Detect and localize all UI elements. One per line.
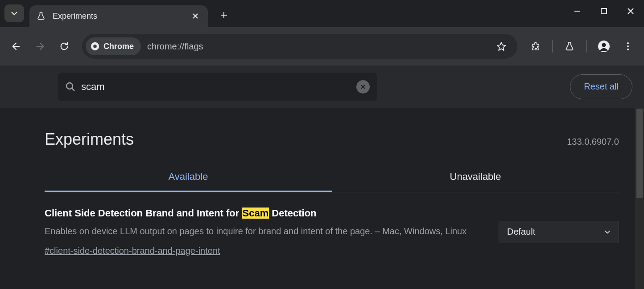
flag-hash-link[interactable]: #client-side-detection-brand-and-page-in… bbox=[45, 246, 220, 256]
toolbar: Chrome chrome://flags bbox=[0, 27, 644, 65]
tab-unavailable-label: Unavailable bbox=[450, 171, 501, 182]
window-controls bbox=[564, 0, 644, 22]
menu-button[interactable] bbox=[617, 36, 639, 57]
scrollbar[interactable] bbox=[635, 108, 644, 289]
tab-title: Experiments bbox=[53, 12, 189, 21]
site-chip[interactable]: Chrome bbox=[86, 37, 141, 55]
page-title: Experiments bbox=[45, 130, 134, 149]
svg-point-8 bbox=[66, 83, 73, 89]
star-icon bbox=[496, 41, 506, 51]
flask-icon bbox=[565, 41, 574, 51]
puzzle-icon bbox=[530, 41, 540, 51]
content: Experiments 133.0.6907.0 Available Unava… bbox=[29, 108, 635, 289]
tab-available-label: Available bbox=[169, 171, 208, 182]
minimize-button[interactable] bbox=[564, 0, 590, 22]
url-text: chrome://flags bbox=[147, 41, 203, 52]
flask-icon bbox=[36, 11, 46, 21]
address-bar[interactable]: Chrome chrome://flags bbox=[82, 34, 517, 59]
maximize-icon bbox=[601, 8, 607, 14]
flags-search-input[interactable] bbox=[81, 81, 356, 93]
arrow-right-icon bbox=[35, 41, 45, 51]
tab-search-button[interactable] bbox=[4, 4, 24, 22]
tab-available[interactable]: Available bbox=[45, 171, 332, 192]
browser-tab[interactable]: Experiments bbox=[29, 5, 208, 27]
maximize-button[interactable] bbox=[590, 0, 617, 22]
bookmark-button[interactable] bbox=[493, 38, 509, 54]
tab-close-button[interactable] bbox=[189, 10, 202, 22]
flag-title-pre: Client Side Detection Brand and Intent f… bbox=[45, 208, 242, 219]
titlebar: Experiments bbox=[0, 0, 644, 27]
avatar-icon bbox=[598, 40, 610, 53]
svg-point-6 bbox=[627, 45, 629, 47]
reload-icon bbox=[59, 41, 69, 51]
svg-point-2 bbox=[93, 45, 97, 48]
minimize-icon bbox=[574, 8, 581, 15]
svg-point-4 bbox=[602, 43, 606, 47]
scrollbar-thumb[interactable] bbox=[636, 109, 643, 198]
site-chip-label: Chrome bbox=[103, 42, 134, 51]
close-icon bbox=[192, 13, 198, 19]
new-tab-button[interactable] bbox=[215, 6, 233, 24]
clear-search-button[interactable] bbox=[356, 80, 370, 94]
reset-all-label: Reset all bbox=[584, 81, 619, 92]
tab-unavailable[interactable]: Unavailable bbox=[332, 171, 619, 192]
arrow-left-icon bbox=[11, 41, 21, 51]
kebab-icon bbox=[623, 42, 632, 51]
forward-button[interactable] bbox=[29, 36, 51, 57]
svg-rect-0 bbox=[601, 8, 607, 14]
extensions-button[interactable] bbox=[524, 36, 546, 57]
svg-point-7 bbox=[627, 49, 629, 50]
flag-description: Enables on device LLM output on pages to… bbox=[45, 224, 481, 238]
divider bbox=[552, 40, 553, 53]
chevron-down-icon bbox=[604, 229, 611, 235]
version-label: 133.0.6907.0 bbox=[567, 137, 619, 147]
close-window-button[interactable] bbox=[617, 0, 644, 22]
flag-title-highlight: Scam bbox=[242, 208, 269, 219]
tabs-row: Available Unavailable bbox=[45, 171, 619, 192]
flag-title: Client Side Detection Brand and Intent f… bbox=[45, 208, 481, 219]
plus-icon bbox=[220, 11, 228, 19]
close-icon bbox=[360, 84, 366, 90]
reset-all-button[interactable]: Reset all bbox=[570, 74, 632, 99]
chevron-down-icon bbox=[11, 10, 18, 17]
flag-select-value: Default bbox=[507, 227, 535, 237]
svg-point-5 bbox=[627, 42, 629, 44]
back-button[interactable] bbox=[5, 36, 27, 57]
close-icon bbox=[627, 8, 634, 15]
flag-select[interactable]: Default bbox=[499, 221, 619, 243]
search-icon bbox=[65, 81, 76, 92]
profile-button[interactable] bbox=[593, 36, 615, 57]
search-strip: Reset all bbox=[0, 65, 644, 108]
flags-search-box[interactable] bbox=[58, 73, 377, 101]
reload-button[interactable] bbox=[54, 36, 75, 57]
labs-button[interactable] bbox=[559, 36, 580, 57]
flag-row: Client Side Detection Brand and Intent f… bbox=[29, 192, 635, 256]
flag-title-post: Detection bbox=[269, 208, 316, 219]
divider bbox=[586, 40, 587, 53]
chrome-icon bbox=[90, 41, 100, 51]
